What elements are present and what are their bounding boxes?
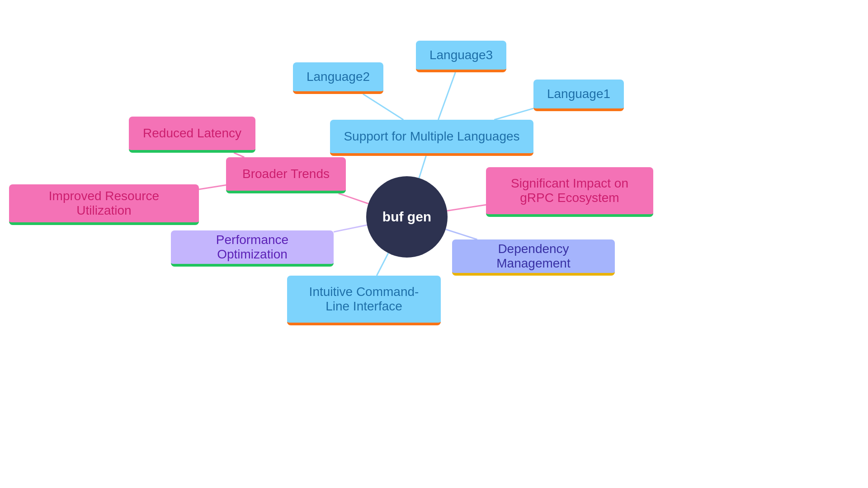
dependency-management-label: Dependency Management — [463, 242, 604, 271]
language2-label: Language2 — [307, 70, 370, 84]
language2-node: Language2 — [293, 62, 383, 94]
significant-impact-node: Significant Impact on gRPC Ecosystem — [486, 167, 653, 217]
svg-line-9 — [377, 253, 388, 276]
svg-line-6 — [494, 108, 533, 120]
svg-line-1 — [234, 153, 244, 157]
svg-line-0 — [339, 193, 368, 204]
intuitive-cli-label: Intuitive Command-Line Interface — [298, 285, 430, 314]
support-multiple-label: Support for Multiple Languages — [344, 129, 519, 144]
performance-opt-node: Performance Optimization — [171, 230, 334, 267]
language1-node: Language1 — [533, 80, 624, 111]
language3-node: Language3 — [416, 41, 506, 72]
improved-resource-label: Improved Resource Utilization — [20, 189, 188, 218]
performance-opt-label: Performance Optimization — [182, 233, 323, 262]
svg-line-10 — [334, 225, 367, 232]
broader-trends-node: Broader Trends — [226, 157, 346, 193]
svg-line-5 — [438, 72, 455, 120]
significant-impact-label: Significant Impact on gRPC Ecosystem — [497, 176, 642, 205]
language1-label: Language1 — [547, 87, 610, 101]
svg-line-3 — [419, 156, 426, 178]
language3-label: Language3 — [429, 48, 493, 62]
support-multiple-node: Support for Multiple Languages — [330, 120, 533, 156]
svg-line-2 — [199, 185, 226, 189]
reduced-latency-label: Reduced Latency — [143, 126, 241, 141]
dependency-management-node: Dependency Management — [452, 239, 615, 276]
broader-trends-label: Broader Trends — [242, 167, 330, 181]
svg-line-8 — [446, 230, 477, 239]
center-label: buf gen — [382, 209, 431, 225]
reduced-latency-node: Reduced Latency — [129, 117, 255, 153]
center-node: buf gen — [366, 176, 448, 258]
svg-line-7 — [447, 205, 486, 211]
svg-line-4 — [363, 94, 403, 120]
intuitive-cli-node: Intuitive Command-Line Interface — [287, 276, 441, 325]
improved-resource-node: Improved Resource Utilization — [9, 184, 199, 225]
